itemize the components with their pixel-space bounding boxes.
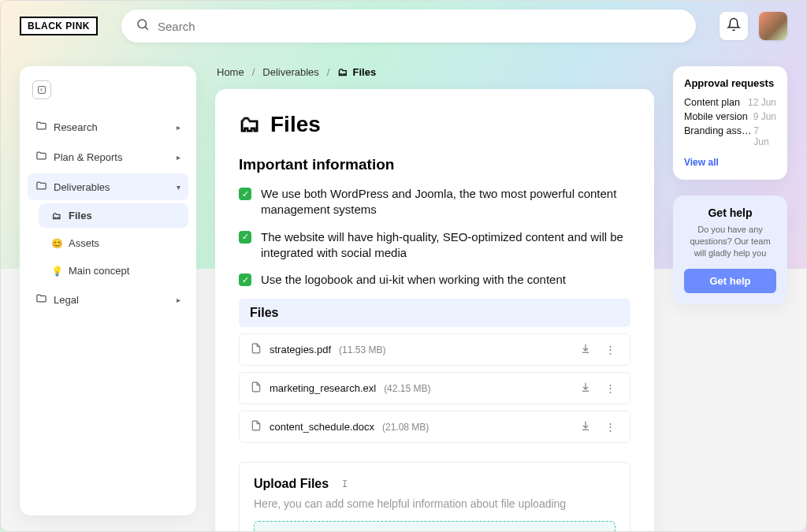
chevron-right-icon: ▸ xyxy=(177,296,180,304)
check-icon: ✓ xyxy=(239,273,251,286)
file-more-button[interactable]: ⋮ xyxy=(602,382,619,394)
view-all-link[interactable]: View all xyxy=(684,157,719,168)
sidebar-item-label: Deliverables xyxy=(54,181,110,193)
approval-date: 9 Jun xyxy=(753,111,776,122)
help-card: Get help Do you have any questions? Our … xyxy=(673,195,787,304)
folder-icon xyxy=(35,180,47,194)
document-icon xyxy=(251,342,262,357)
sidebar-item-label: Plan & Reports xyxy=(54,151,122,163)
download-icon xyxy=(580,420,591,431)
download-icon xyxy=(580,381,591,392)
check-icon: ✓ xyxy=(239,231,251,244)
svg-line-1 xyxy=(145,27,147,29)
svg-point-0 xyxy=(138,20,147,28)
sidebar-item-label: Main concept xyxy=(69,265,129,277)
folder-icon xyxy=(35,150,47,164)
header-tools xyxy=(720,12,787,40)
breadcrumb-separator: / xyxy=(327,66,330,78)
info-bullet: ✓We use both WordPress and Joomla, the t… xyxy=(239,186,630,218)
help-description: Do you have any questions? Our team will… xyxy=(684,224,776,259)
approval-row[interactable]: Mobile version 9 Jun xyxy=(684,111,776,122)
info-bullet-text: Use the logobook and ui-kit when working… xyxy=(261,272,566,288)
file-row[interactable]: content_schedule.docx (21.08 MB) ⋮ xyxy=(239,411,630,443)
document-icon xyxy=(251,419,262,434)
sidebar-collapse-button[interactable] xyxy=(32,80,51,99)
file-name: strategies.pdf xyxy=(270,344,331,355)
sidebar-item-label: Files xyxy=(69,210,92,221)
files-section-heading: Files xyxy=(239,299,630,327)
kebab-icon: ⋮ xyxy=(605,382,615,394)
chevron-right-icon: ▸ xyxy=(177,123,180,132)
kebab-icon: ⋮ xyxy=(605,421,615,433)
kebab-icon: ⋮ xyxy=(605,344,615,355)
file-row[interactable]: strategies.pdf (11.53 MB) ⋮ xyxy=(239,333,630,366)
breadcrumb-home[interactable]: Home xyxy=(217,66,244,78)
text-cursor-icon: 𝙸 xyxy=(341,478,348,490)
approval-date: 12 Jun xyxy=(748,97,776,108)
file-name: content_schedule.docx xyxy=(270,421,374,433)
approval-date: 7 Jun xyxy=(753,125,776,147)
download-button[interactable] xyxy=(577,381,594,395)
file-size: (42.15 MB) xyxy=(384,383,430,394)
page-title-text: Files xyxy=(270,112,321,137)
svg-rect-2 xyxy=(39,87,46,94)
sidebar-item-deliverables[interactable]: Deliverables ▾ xyxy=(28,173,188,200)
upload-section: Upload Files 𝙸 Here, you can add some he… xyxy=(239,462,630,532)
sidebar-item-label: Legal xyxy=(54,294,79,306)
download-button[interactable] xyxy=(577,343,594,356)
approval-title: Approval requests xyxy=(684,77,776,89)
content-card: 🗂 Files Important information ✓We use bo… xyxy=(215,89,654,532)
card-box-icon: 🗂 xyxy=(239,111,261,137)
approval-label: Mobile version xyxy=(684,111,748,122)
info-bullet: ✓The website will have high-quality, SEO… xyxy=(239,229,630,262)
right-column: Approval requests Content plan 12 Jun Mo… xyxy=(673,66,787,304)
file-row[interactable]: marketing_research.exl (42.15 MB) ⋮ xyxy=(239,372,630,404)
search-bar[interactable] xyxy=(121,9,696,43)
sidebar-subitem-files[interactable]: 🗂 Files xyxy=(39,203,188,228)
get-help-button[interactable]: Get help xyxy=(684,269,776,293)
search-input[interactable] xyxy=(158,20,682,33)
approval-requests-card: Approval requests Content plan 12 Jun Mo… xyxy=(673,66,787,180)
file-more-button[interactable]: ⋮ xyxy=(602,421,619,433)
file-more-button[interactable]: ⋮ xyxy=(602,344,619,355)
chevron-right-icon: ▸ xyxy=(177,153,180,162)
approval-label: Branding asse... xyxy=(684,125,753,147)
file-name: marketing_research.exl xyxy=(270,382,376,394)
help-title: Get help xyxy=(684,206,776,219)
sidebar-item-plan-reports[interactable]: Plan & Reports ▸ xyxy=(28,143,188,170)
brand-logo: BLACK PINK xyxy=(20,17,98,35)
approval-row[interactable]: Content plan 12 Jun xyxy=(684,97,776,108)
lightbulb-icon: 💡 xyxy=(51,266,62,277)
search-icon xyxy=(136,17,150,35)
approval-label: Content plan xyxy=(684,97,740,108)
smile-icon: 😊 xyxy=(51,238,62,249)
chevron-down-icon: ▾ xyxy=(177,183,180,192)
bell-icon xyxy=(727,17,741,35)
sidebar-sublist: 🗂 Files 😊 Assets 💡 Main concept xyxy=(39,203,188,283)
page-title: 🗂 Files xyxy=(239,111,630,137)
upload-description: Here, you can add some helpful informati… xyxy=(254,497,615,510)
notifications-button[interactable] xyxy=(720,12,748,40)
user-avatar[interactable] xyxy=(759,12,787,40)
breadcrumb-separator: / xyxy=(252,66,255,78)
file-size: (11.53 MB) xyxy=(339,344,385,355)
info-bullet: ✓Use the logobook and ui-kit when workin… xyxy=(239,272,630,288)
sidebar-subitem-assets[interactable]: 😊 Assets xyxy=(39,231,188,255)
app-header: BLACK PINK xyxy=(1,1,806,51)
approval-row[interactable]: Branding asse... 7 Jun xyxy=(684,125,776,147)
sidebar-item-legal[interactable]: Legal ▸ xyxy=(28,286,188,313)
download-icon xyxy=(580,343,591,354)
sidebar-subitem-main-concept[interactable]: 💡 Main concept xyxy=(39,259,188,283)
upload-dropzone[interactable]: Drag file(s) here or click to upload xyxy=(254,521,615,532)
breadcrumb: Home / Deliverables / 🗂 Files xyxy=(215,66,654,78)
card-box-icon: 🗂 xyxy=(51,210,62,221)
sidebar-item-research[interactable]: Research ▸ xyxy=(28,113,188,140)
sidebar-item-label: Assets xyxy=(69,237,99,249)
download-button[interactable] xyxy=(577,420,594,433)
info-bullet-text: The website will have high-quality, SEO-… xyxy=(261,229,630,262)
breadcrumb-deliverables[interactable]: Deliverables xyxy=(262,66,319,78)
sidebar: Research ▸ Plan & Reports ▸ Deliverables… xyxy=(20,66,196,515)
breadcrumb-current-label: Files xyxy=(352,66,376,78)
breadcrumb-current: 🗂 Files xyxy=(337,66,376,78)
chevron-left-icon xyxy=(37,85,46,95)
